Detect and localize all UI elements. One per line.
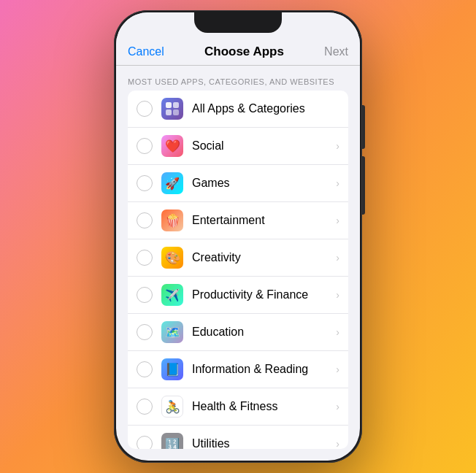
chevron-icon: › — [336, 401, 339, 412]
radio-button[interactable] — [137, 399, 153, 415]
svg-rect-3 — [173, 109, 179, 115]
chevron-icon: › — [336, 140, 339, 152]
list-item[interactable]: 📘 Information & Reading › — [128, 351, 348, 388]
chevron-icon: › — [336, 438, 339, 449]
svg-rect-0 — [166, 102, 172, 108]
svg-rect-2 — [166, 109, 172, 115]
productivity-icon: ✈️ — [161, 284, 183, 306]
all-apps-icon — [161, 98, 183, 120]
page-title: Choose Apps — [204, 45, 284, 59]
radio-button[interactable] — [137, 250, 153, 266]
item-label: Games — [192, 177, 336, 190]
phone-frame: Cancel Choose Apps Next MOST USED APPS, … — [114, 10, 362, 463]
item-label: Education — [192, 326, 336, 339]
reading-icon: 📘 — [161, 358, 183, 380]
games-icon: 🚀 — [161, 172, 183, 194]
list-item[interactable]: 🍿 Entertainment › — [128, 202, 348, 239]
svg-rect-1 — [173, 102, 179, 108]
chevron-icon: › — [336, 252, 339, 264]
chevron-icon: › — [336, 326, 339, 338]
chevron-icon: › — [336, 364, 339, 375]
creativity-icon: 🎨 — [161, 247, 183, 269]
utilities-icon: 🔢 — [161, 433, 183, 449]
item-label: Entertainment — [192, 214, 336, 227]
chevron-icon: › — [336, 215, 339, 226]
item-label: Creativity — [192, 251, 336, 264]
list-item[interactable]: All Apps & Categories — [128, 91, 348, 128]
list-item[interactable]: 🔢 Utilities › — [128, 426, 348, 449]
item-label: All Apps & Categories — [192, 102, 339, 115]
list-item[interactable]: 🚴 Health & Fitness › — [128, 388, 348, 426]
radio-button[interactable] — [137, 361, 153, 377]
list-item[interactable]: ❤️ Social › — [128, 128, 348, 165]
chevron-icon: › — [336, 289, 339, 301]
list-item[interactable]: ✈️ Productivity & Finance › — [128, 277, 348, 314]
list-item[interactable]: 🗺️ Education › — [128, 314, 348, 351]
item-label: Health & Fitness — [192, 400, 336, 413]
social-icon: ❤️ — [161, 135, 183, 157]
education-icon: 🗺️ — [161, 321, 183, 343]
item-label: Productivity & Finance — [192, 288, 336, 301]
radio-button[interactable] — [137, 138, 153, 154]
phone-screen: Cancel Choose Apps Next MOST USED APPS, … — [116, 12, 360, 461]
entertainment-icon: 🍿 — [161, 209, 183, 231]
radio-button[interactable] — [137, 101, 153, 117]
item-label: Utilities — [192, 437, 336, 449]
radio-button[interactable] — [137, 436, 153, 449]
section-header: MOST USED APPS, CATEGORIES, AND WEBSITES — [116, 66, 360, 91]
cancel-button[interactable]: Cancel — [128, 45, 164, 58]
item-label: Social — [192, 139, 336, 153]
chevron-icon: › — [336, 177, 339, 189]
list-item[interactable]: 🎨 Creativity › — [128, 239, 348, 277]
radio-button[interactable] — [137, 212, 153, 228]
radio-button[interactable] — [137, 175, 153, 191]
health-icon: 🚴 — [161, 396, 183, 418]
radio-button[interactable] — [137, 287, 153, 303]
next-button: Next — [324, 45, 348, 58]
list-item[interactable]: 🚀 Games › — [128, 165, 348, 202]
notch — [194, 12, 282, 33]
radio-button[interactable] — [137, 324, 153, 340]
item-label: Information & Reading — [192, 363, 336, 376]
apps-list: All Apps & Categories ❤️ Social › 🚀 Game… — [128, 91, 348, 449]
